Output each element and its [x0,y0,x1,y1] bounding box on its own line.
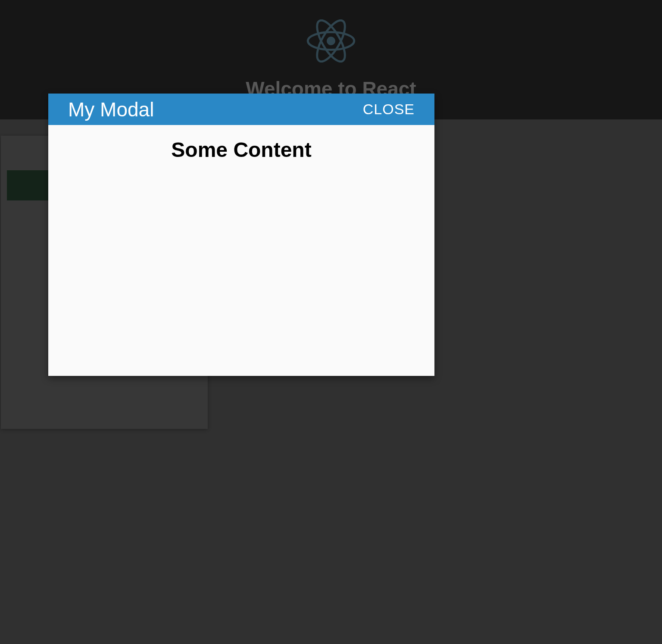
modal-content-heading: Some Content [61,138,422,162]
modal-title: My Modal [68,98,154,121]
modal-dialog: My Modal CLOSE Some Content [48,94,434,376]
modal-header: My Modal CLOSE [48,94,434,125]
modal-body: Some Content [48,125,434,175]
close-button[interactable]: CLOSE [363,101,415,118]
